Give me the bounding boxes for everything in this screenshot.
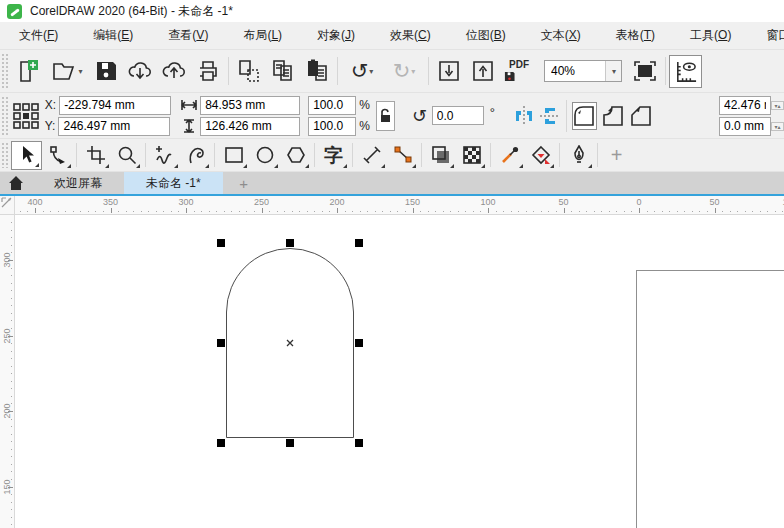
show-rulers-button[interactable] xyxy=(669,55,702,88)
zoom-level-combobox[interactable]: ▾ xyxy=(544,60,622,82)
h-ruler-label: 400 xyxy=(27,197,42,207)
x-position-field[interactable] xyxy=(59,96,171,115)
rectangle-tool[interactable] xyxy=(218,141,249,170)
undo-dropdown-caret[interactable]: ▾ xyxy=(369,67,373,76)
lock-ratio-button[interactable] xyxy=(376,101,395,131)
redo-icon: ↻ xyxy=(393,61,411,81)
selection-handle-middle-left[interactable] xyxy=(217,339,225,347)
undo-button[interactable]: ↺ ▾ xyxy=(341,53,383,89)
selection-handle-bottom-right[interactable] xyxy=(355,439,363,447)
scale-vertical-field[interactable] xyxy=(308,117,356,136)
menu-edit[interactable]: 编辑(E) xyxy=(84,23,142,48)
publish-to-pdf-button[interactable]: PDF xyxy=(500,53,538,89)
h-ruler-label: 200 xyxy=(329,197,344,207)
horizontal-ruler[interactable]: 40035030025020015010050050100 xyxy=(15,196,784,215)
selection-handle-top-middle[interactable] xyxy=(286,239,294,247)
open-button[interactable]: ▾ xyxy=(45,53,89,89)
object-origin-button[interactable] xyxy=(12,100,40,132)
object-width-field[interactable] xyxy=(200,96,300,115)
zoom-level-input[interactable] xyxy=(545,61,605,81)
toolbox-drag-handle[interactable] xyxy=(1,142,10,168)
cloud-download-button[interactable] xyxy=(123,53,157,89)
round-corner-button[interactable] xyxy=(572,102,596,130)
menu-view[interactable]: 查看(V) xyxy=(159,23,217,48)
parallel-dimension-tool[interactable] xyxy=(356,141,387,170)
polygon-tool[interactable] xyxy=(280,141,311,170)
save-button[interactable] xyxy=(89,53,123,89)
corner-radius-bottom-left-field[interactable] xyxy=(719,117,771,136)
full-screen-preview-button[interactable] xyxy=(628,53,662,89)
menu-bitmaps[interactable]: 位图(B) xyxy=(457,23,515,48)
selection-handle-bottom-middle[interactable] xyxy=(286,439,294,447)
scale-horizontal-field[interactable] xyxy=(308,96,356,115)
outline-pen-tool[interactable] xyxy=(563,141,594,170)
menu-object[interactable]: 对象(J) xyxy=(308,23,364,48)
print-button[interactable] xyxy=(191,53,225,89)
paste-button[interactable] xyxy=(300,53,334,89)
transparency-tool[interactable] xyxy=(456,141,487,170)
selection-handle-bottom-left[interactable] xyxy=(217,439,225,447)
interactive-fill-tool[interactable] xyxy=(525,141,556,170)
selection-handle-top-right[interactable] xyxy=(355,239,363,247)
crop-tool[interactable] xyxy=(80,141,111,170)
mirror-horizontal-button[interactable] xyxy=(513,103,535,129)
welcome-home-button[interactable] xyxy=(0,172,32,194)
block-shadow-tool-icon xyxy=(431,145,451,165)
drawing-canvas[interactable] xyxy=(15,215,784,528)
toolbar-separator xyxy=(665,57,666,85)
import-button[interactable] xyxy=(432,53,466,89)
scalloped-corner-button[interactable] xyxy=(601,102,625,130)
full-screen-preview-icon xyxy=(632,58,658,84)
connector-tool[interactable] xyxy=(387,141,418,170)
selection-handle-top-left[interactable] xyxy=(217,239,225,247)
zoom-level-dropdown-button[interactable]: ▾ xyxy=(605,61,621,81)
cut-button[interactable] xyxy=(232,53,266,89)
copy-button[interactable] xyxy=(266,53,300,89)
customize-toolbox-button[interactable]: + xyxy=(601,141,632,170)
h-ruler-label: 350 xyxy=(103,197,118,207)
selection-center-marker[interactable] xyxy=(286,339,294,347)
block-shadow-tool[interactable] xyxy=(425,141,456,170)
redo-dropdown-caret: ▾ xyxy=(411,67,415,76)
menu-file[interactable]: 文件(F) xyxy=(10,23,67,48)
tab-welcome-screen[interactable]: 欢迎屏幕 xyxy=(32,172,124,194)
menu-effects[interactable]: 效果(C) xyxy=(381,23,440,48)
vertical-ruler[interactable]: 300250200150 xyxy=(0,215,15,528)
cloud-upload-button[interactable] xyxy=(157,53,191,89)
open-dropdown-caret[interactable]: ▾ xyxy=(78,67,82,76)
h-ruler-label: 150 xyxy=(405,197,420,207)
freehand-tool[interactable] xyxy=(149,141,180,170)
menu-window[interactable]: 窗口(W) xyxy=(757,23,784,48)
selection-handle-middle-right[interactable] xyxy=(355,339,363,347)
corner-radius-top-left-field[interactable] xyxy=(719,96,771,115)
menu-layout[interactable]: 布局(L) xyxy=(234,23,291,48)
mirror-vertical-button[interactable] xyxy=(539,103,561,129)
menu-text[interactable]: 文本(X) xyxy=(532,23,590,48)
export-button[interactable] xyxy=(466,53,500,89)
ruler-origin-corner[interactable] xyxy=(0,196,15,215)
property-bar-drag-handle[interactable] xyxy=(1,96,9,135)
artistic-media-tool-icon xyxy=(186,145,206,165)
rotation-angle-field[interactable] xyxy=(432,106,484,125)
shape-tool[interactable] xyxy=(42,141,73,170)
artistic-media-tool[interactable] xyxy=(180,141,211,170)
tab-untitled-1[interactable]: 未命名 -1* xyxy=(124,172,223,194)
new-document-tab-button[interactable]: + xyxy=(229,172,259,194)
corner-radius-spinner[interactable]: ▾▴ xyxy=(771,101,784,110)
cloud-download-icon xyxy=(126,58,154,84)
corner-radius-spinner[interactable]: ▾▴ xyxy=(771,122,784,131)
text-tool[interactable]: 字 xyxy=(318,141,349,170)
zoom-tool[interactable] xyxy=(111,141,142,170)
menu-tools[interactable]: 工具(O) xyxy=(681,23,740,48)
new-document-button[interactable] xyxy=(11,53,45,89)
chamfered-corner-button[interactable] xyxy=(629,102,653,130)
menu-table[interactable]: 表格(T) xyxy=(607,23,664,48)
y-position-field[interactable] xyxy=(58,117,170,136)
toolbar-drag-handle[interactable] xyxy=(1,53,10,89)
zoom-dropdown-caret: ▾ xyxy=(612,67,616,76)
color-eyedropper-tool[interactable] xyxy=(494,141,525,170)
pick-tool-icon xyxy=(17,145,37,165)
ellipse-tool[interactable] xyxy=(249,141,280,170)
object-height-field[interactable] xyxy=(200,117,300,136)
pick-tool[interactable] xyxy=(11,141,42,170)
